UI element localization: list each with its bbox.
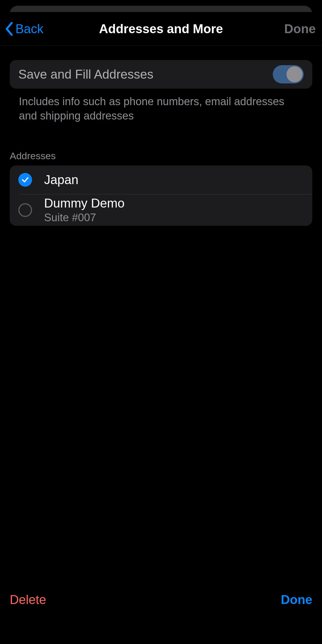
back-label: Back [15, 22, 44, 36]
navigation-bar: Back Addresses and More Done [0, 12, 322, 46]
save-fill-addresses-cell: Save and Fill Addresses [10, 60, 312, 89]
address-row[interactable]: Japan [10, 166, 312, 194]
radio-selected-icon [18, 173, 32, 187]
save-fill-addresses-toggle[interactable] [273, 65, 304, 83]
chevron-left-icon [5, 22, 14, 36]
done-button[interactable]: Done [281, 593, 312, 607]
content-area: Save and Fill Addresses Includes info su… [0, 46, 322, 587]
bottom-toolbar: Delete Done [0, 587, 322, 644]
address-text: Japan [44, 173, 78, 187]
switch-knob [287, 66, 303, 82]
delete-button[interactable]: Delete [10, 593, 46, 607]
radio-unselected-icon [18, 203, 32, 217]
address-subtitle: Suite #007 [44, 211, 125, 224]
addresses-header: Addresses [10, 150, 312, 166]
back-button[interactable]: Back [5, 22, 44, 36]
address-text: Dummy Demo Suite #007 [44, 196, 125, 224]
address-title: Dummy Demo [44, 196, 125, 211]
addresses-group: Japan Dummy Demo Suite #007 [10, 166, 312, 226]
modal-sheet: Back Addresses and More Done Save and Fi… [0, 12, 322, 644]
toggle-description: Includes info such as phone numbers, ema… [10, 89, 312, 123]
nav-done-button[interactable]: Done [284, 22, 316, 36]
page-title: Addresses and More [0, 22, 322, 36]
toggle-group: Save and Fill Addresses [10, 60, 312, 89]
checkmark-icon [21, 176, 29, 184]
address-row[interactable]: Dummy Demo Suite #007 [10, 194, 312, 226]
address-title: Japan [44, 173, 78, 187]
toggle-label: Save and Fill Addresses [18, 67, 153, 81]
